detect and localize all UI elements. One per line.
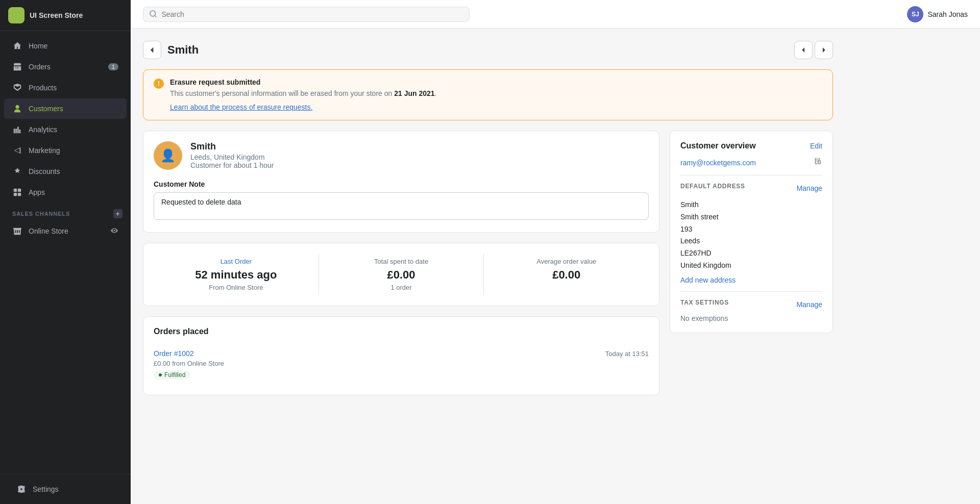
alert-content: Erasure request submitted This customer'…: [170, 78, 436, 112]
search-bar[interactable]: [143, 7, 470, 22]
search-input[interactable]: [161, 10, 463, 18]
stat-last-order: Last Order 52 minutes ago From Online St…: [154, 254, 319, 295]
user-name: Sarah Jonas: [927, 10, 968, 18]
sidebar-item-discounts[interactable]: Discounts: [4, 161, 127, 182]
address-number: 193: [680, 225, 692, 233]
online-store-icon: [12, 226, 22, 236]
content-columns: 👤 Smith Leeds, United Kingdom Customer f…: [143, 131, 833, 395]
products-label: Products: [29, 84, 57, 92]
address-city: Leeds: [680, 237, 700, 245]
customer-address: Smith Smith street 193 Leeds LE267HD Uni…: [680, 199, 822, 272]
analytics-icon: [12, 124, 22, 135]
sidebar-header: UI Screen Store: [0, 0, 131, 31]
customer-avatar: 👤: [154, 141, 182, 170]
order-row-header: Order #1002 Today at 13:51: [154, 349, 649, 358]
prev-button[interactable]: [794, 41, 813, 59]
svg-rect-0: [14, 189, 17, 192]
address-country: United Kingdom: [680, 261, 731, 269]
address-street: Smith street: [680, 213, 719, 221]
orders-icon: [12, 62, 22, 72]
customer-info: Smith Leeds, United Kingdom Customer for…: [190, 141, 274, 169]
alert-icon: !: [154, 79, 164, 89]
nav-arrows: [794, 41, 833, 59]
last-order-link[interactable]: Last Order: [220, 258, 252, 265]
page-header: Smith: [143, 41, 833, 59]
sidebar: UI Screen Store Home Orders 1 Products: [0, 0, 131, 504]
add-sales-channel-button[interactable]: +: [113, 209, 122, 218]
next-button[interactable]: [815, 41, 833, 59]
marketing-label: Marketing: [29, 146, 60, 155]
sidebar-item-online-store[interactable]: Online Store: [4, 221, 127, 241]
customer-note-textarea[interactable]: Requested to delete data: [154, 192, 649, 220]
main-column: 👤 Smith Leeds, United Kingdom Customer f…: [143, 131, 659, 395]
sidebar-item-marketing[interactable]: Marketing: [4, 140, 127, 161]
sales-channels-section: SALES CHANNELS +: [0, 203, 131, 220]
sidebar-item-customers[interactable]: Customers: [4, 98, 127, 119]
address-header: DEFAULT ADDRESS Manage: [680, 183, 822, 194]
avg-order-label: Average order value: [492, 258, 641, 265]
stats-card: Last Order 52 minutes ago From Online St…: [143, 243, 659, 306]
customer-name: Smith: [190, 141, 274, 152]
erasure-link[interactable]: Learn about the process of erasure reque…: [170, 103, 312, 111]
apps-label: Apps: [29, 188, 45, 196]
discounts-label: Discounts: [29, 167, 60, 175]
alert-body: This customer's personal information wil…: [170, 88, 436, 99]
add-address-button[interactable]: Add new address: [680, 276, 822, 284]
sidebar-item-home[interactable]: Home: [4, 36, 127, 56]
orders-label: Orders: [29, 63, 51, 71]
analytics-label: Analytics: [29, 125, 57, 134]
apps-icon: [12, 187, 22, 197]
email-row: ramy@rocketgems.com: [680, 158, 822, 168]
svg-rect-1: [18, 189, 21, 192]
customer-overview-card: Customer overview Edit ramy@rocketgems.c…: [670, 131, 833, 333]
sidebar-item-analytics[interactable]: Analytics: [4, 119, 127, 140]
svg-rect-3: [18, 193, 21, 196]
customer-location: Leeds, United Kingdom: [190, 153, 274, 161]
stat-avg-order: Average order value £0.00: [484, 254, 649, 295]
address-postcode: LE267HD: [680, 249, 712, 257]
sidebar-item-orders[interactable]: Orders 1: [4, 57, 127, 77]
default-address-label: DEFAULT ADDRESS: [680, 183, 745, 190]
products-icon: [12, 83, 22, 93]
total-spent-value: £0.00: [327, 268, 476, 282]
avatar: SJ: [907, 6, 923, 22]
sidebar-item-settings[interactable]: Settings: [8, 479, 122, 499]
page-title: Smith: [167, 43, 788, 57]
search-icon: [150, 10, 157, 18]
sidebar-item-apps[interactable]: Apps: [4, 182, 127, 203]
copy-email-icon[interactable]: [814, 158, 822, 168]
stat-total-spent: Total spent to date £0.00 1 order: [319, 254, 484, 295]
table-row: Order #1002 Today at 13:51 £0.00 from On…: [154, 344, 649, 385]
total-spent-label: Total spent to date: [327, 258, 476, 265]
alert-body-after: .: [435, 89, 437, 97]
sidebar-bottom: Settings: [0, 474, 131, 504]
tax-exemption-value: No exemptions: [680, 314, 822, 322]
alert-body-before: This customer's personal information wil…: [170, 89, 394, 97]
address-name: Smith: [680, 200, 699, 209]
tax-header: TAX SETTINGS Manage: [680, 299, 822, 310]
customer-profile-card: 👤 Smith Leeds, United Kingdom Customer f…: [143, 131, 659, 233]
main-content: SJ Sarah Jonas Smith ! Erasure: [131, 0, 980, 504]
settings-label: Settings: [33, 485, 59, 493]
tax-manage-button[interactable]: Manage: [796, 300, 822, 309]
home-label: Home: [29, 42, 47, 50]
back-button[interactable]: [143, 41, 161, 59]
orders-placed-card: Orders placed Order #1002 Today at 13:51…: [143, 316, 659, 395]
alert-title: Erasure request submitted: [170, 78, 436, 86]
customer-email[interactable]: ramy@rocketgems.com: [680, 159, 756, 167]
last-order-value: 52 minutes ago: [162, 268, 310, 282]
store-name-label: UI Screen Store: [30, 11, 83, 19]
address-manage-button[interactable]: Manage: [796, 184, 822, 192]
status-dot: [159, 373, 162, 376]
home-icon: [12, 41, 22, 51]
divider-1: [680, 175, 822, 175]
order-status-badge: Fulfilled: [154, 370, 190, 380]
customer-since: Customer for about 1 hour: [190, 161, 274, 169]
customers-icon: [12, 104, 22, 114]
discounts-icon: [12, 166, 22, 177]
user-area: SJ Sarah Jonas: [907, 6, 968, 22]
online-store-visibility-icon[interactable]: [110, 226, 118, 236]
sidebar-item-products[interactable]: Products: [4, 78, 127, 98]
overview-edit-button[interactable]: Edit: [810, 142, 822, 150]
order-link[interactable]: Order #1002: [154, 349, 194, 358]
